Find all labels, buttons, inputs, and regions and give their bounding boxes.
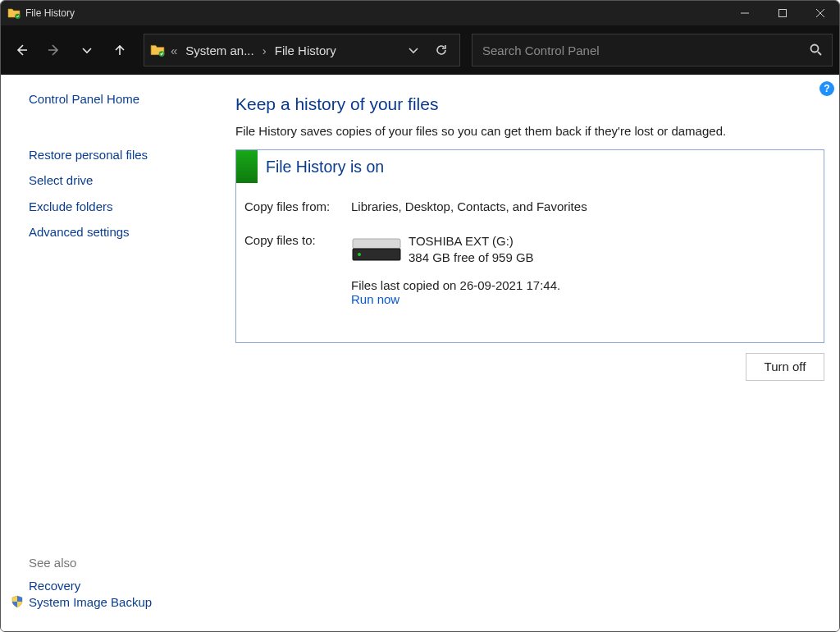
chevron-right-icon: « [171,44,177,57]
search-box[interactable] [472,34,833,66]
page-title: Keep a history of your files [235,94,824,114]
advanced-settings-link[interactable]: Advanced settings [29,224,212,240]
address-bar[interactable]: « System an... › File History [144,34,460,66]
minimize-button[interactable] [726,1,764,25]
restore-personal-files-link[interactable]: Restore personal files [29,147,212,163]
nav-toolbar: « System an... › File History [1,25,839,75]
run-now-link[interactable]: Run now [351,292,399,306]
address-dropdown-button[interactable] [400,34,427,66]
folder-icon [7,7,21,20]
up-button[interactable] [106,36,134,64]
system-image-backup-link[interactable]: System Image Backup [29,594,152,611]
page-subtext: File History saves copies of your files … [235,124,824,138]
forward-button[interactable] [40,36,68,64]
select-drive-link[interactable]: Select drive [29,172,212,189]
copy-to-label: Copy files to: [244,233,351,306]
turn-off-button[interactable]: Turn off [746,353,824,381]
svg-rect-4 [353,239,400,249]
svg-point-6 [358,253,361,256]
recent-locations-button[interactable] [73,36,101,64]
titlebar: File History [1,1,839,25]
status-indicator-icon [236,150,258,183]
window-title: File History [25,7,75,19]
chevron-right-icon: › [262,44,267,57]
back-button[interactable] [7,36,35,64]
shield-icon [11,595,24,608]
control-panel-home-link[interactable]: Control Panel Home [29,91,212,108]
main-content: Keep a history of your files File Histor… [221,75,839,631]
breadcrumb-system[interactable]: System an... [182,42,257,59]
copy-from-label: Copy files from: [244,199,351,213]
recovery-link[interactable]: Recovery [29,579,80,593]
svg-rect-1 [779,10,787,17]
maximize-button[interactable] [764,1,801,25]
drive-name: TOSHIBA EXT (G:) [409,233,534,250]
drive-free-space: 384 GB free of 959 GB [409,250,534,266]
search-icon[interactable] [809,43,822,58]
refresh-button[interactable] [428,34,454,66]
copy-from-value: Libraries, Desktop, Contacts, and Favori… [351,199,815,213]
status-card: File History is on Copy files from: Libr… [235,149,824,343]
see-also-heading: See also [29,556,212,570]
folder-icon [149,42,166,58]
search-input[interactable] [482,44,809,57]
status-title: File History is on [258,158,384,176]
hard-drive-icon [351,234,402,265]
svg-point-3 [811,44,819,52]
exclude-folders-link[interactable]: Exclude folders [29,199,212,215]
last-copied-text: Files last copied on 26-09-2021 17:44. [351,278,815,292]
breadcrumb-filehistory[interactable]: File History [272,42,340,59]
close-button[interactable] [801,1,839,25]
sidebar: Control Panel Home Restore personal file… [1,75,221,631]
